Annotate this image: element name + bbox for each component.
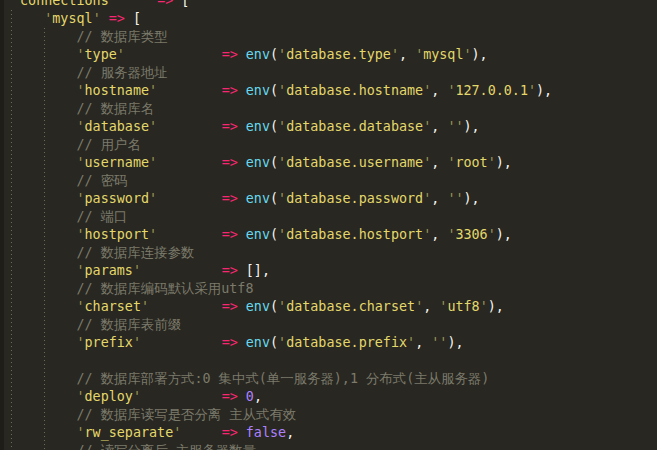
code-token: params — [85, 263, 133, 278]
code-token: // 数据库表前缀 — [77, 317, 182, 332]
code-line[interactable]: // 用户名 — [12, 136, 552, 154]
code-token: => — [222, 191, 238, 206]
code-token: '' — [447, 119, 463, 134]
code-line[interactable]: // 数据库读写是否分离 主从式有效 — [12, 406, 552, 424]
code-token: ' — [415, 299, 423, 314]
code-line[interactable]: // 读写分离后 主服务器数量 — [12, 442, 552, 450]
code-token: // 端口 — [77, 209, 128, 224]
code-editor[interactable]: 'connections' => [ 'mysql' => [ // 数据库类型… — [0, 0, 657, 450]
code-token — [12, 317, 77, 332]
code-line[interactable]: 'username' => env('database.username', '… — [12, 154, 552, 172]
code-line[interactable]: 'params' => [], — [12, 262, 552, 280]
code-token: ' — [464, 47, 472, 62]
code-token: 0 — [246, 389, 254, 404]
code-token — [12, 209, 77, 224]
code-line[interactable]: // 数据库连接参数 — [12, 244, 552, 262]
code-token — [238, 191, 246, 206]
code-token: env — [246, 83, 270, 98]
code-token: ' — [278, 227, 286, 242]
code-token — [12, 407, 77, 422]
code-line[interactable]: // 数据库类型 — [12, 28, 552, 46]
code-token: ' — [488, 227, 496, 242]
code-token — [12, 173, 77, 188]
code-token: => — [157, 0, 173, 8]
code-line[interactable]: // 服务器地址 — [12, 64, 552, 82]
code-token: => — [222, 47, 238, 62]
code-token — [238, 389, 246, 404]
code-line[interactable]: 'hostname' => env('database.hostname', '… — [12, 82, 552, 100]
code-line[interactable]: 'deploy' => 0, — [12, 388, 552, 406]
code-token: '' — [431, 335, 447, 350]
code-token — [141, 335, 222, 350]
code-token — [12, 47, 77, 62]
code-token: env — [246, 227, 270, 242]
code-line[interactable]: // 端口 — [12, 208, 552, 226]
code-token — [12, 371, 77, 386]
code-token: ( — [270, 155, 278, 170]
code-line[interactable]: // 数据库名 — [12, 100, 552, 118]
code-token: // 数据库读写是否分离 主从式有效 — [77, 407, 297, 422]
code-line[interactable]: 'hostport' => env('database.hostport', '… — [12, 226, 552, 244]
code-token: env — [246, 299, 270, 314]
code-token: ), — [488, 299, 504, 314]
code-token: hostport — [85, 227, 150, 242]
code-token: => — [222, 83, 238, 98]
code-token — [238, 155, 246, 170]
code-token: prefix — [85, 335, 133, 350]
code-token: ' — [149, 227, 157, 242]
code-token — [12, 191, 77, 206]
code-token: ' — [528, 83, 536, 98]
code-token: ' — [488, 155, 496, 170]
code-line[interactable]: 'prefix' => env('database.prefix', ''), — [12, 334, 552, 352]
code-line[interactable]: 'password' => env('database.password', '… — [12, 190, 552, 208]
code-token: ' — [141, 299, 149, 314]
code-line[interactable]: // 数据库表前缀 — [12, 316, 552, 334]
code-token — [157, 155, 222, 170]
code-token: // 服务器地址 — [77, 65, 168, 80]
code-token — [117, 0, 157, 8]
code-token: password — [85, 191, 150, 206]
code-token — [12, 299, 77, 314]
code-token: ' — [77, 227, 85, 242]
code-token: => — [222, 425, 238, 440]
code-area[interactable]: 'connections' => [ 'mysql' => [ // 数据库类型… — [12, 0, 552, 450]
code-line[interactable]: // 数据库部署方式:0 集中式(单一服务器),1 分布式(主从服务器) — [12, 370, 552, 388]
code-token: database.database — [286, 119, 423, 134]
code-token: ' — [149, 155, 157, 170]
code-token: ' — [12, 0, 20, 8]
code-token: ' — [109, 0, 117, 8]
code-token: [], — [246, 263, 270, 278]
code-token: utf8 — [447, 299, 479, 314]
code-line[interactable]: 'type' => env('database.type', 'mysql'), — [12, 46, 552, 64]
code-token — [12, 389, 77, 404]
code-token: ' — [278, 119, 286, 134]
code-token: // 数据库名 — [77, 101, 155, 116]
code-line[interactable]: 'charset' => env('database.charset', 'ut… — [12, 298, 552, 316]
code-token — [12, 281, 77, 296]
code-token: ' — [133, 389, 141, 404]
code-token: // 读写分离后 主服务器数量 — [77, 443, 257, 450]
code-token: database.type — [286, 47, 391, 62]
code-token: ' — [278, 155, 286, 170]
code-token: => — [222, 119, 238, 134]
code-token: ), — [496, 227, 512, 242]
code-line[interactable]: 'connections' => [ — [12, 0, 552, 10]
code-line[interactable]: // 密码 — [12, 172, 552, 190]
code-token: ( — [270, 227, 278, 242]
code-token: ( — [270, 83, 278, 98]
code-line[interactable]: 'rw_separate' => false, — [12, 424, 552, 442]
code-line[interactable]: 'database' => env('database.database', '… — [12, 118, 552, 136]
code-token: , — [423, 299, 439, 314]
code-token: ' — [149, 83, 157, 98]
code-token: , — [415, 335, 431, 350]
code-token: hostname — [85, 83, 150, 98]
code-token — [141, 263, 222, 278]
code-token: => — [222, 299, 238, 314]
code-line[interactable] — [12, 352, 552, 370]
code-token — [12, 443, 77, 450]
code-line[interactable]: 'mysql' => [ — [12, 10, 552, 28]
code-token: database.password — [286, 191, 423, 206]
code-token — [12, 155, 77, 170]
code-token: ), — [464, 191, 480, 206]
code-line[interactable]: // 数据库编码默认采用utf8 — [12, 280, 552, 298]
